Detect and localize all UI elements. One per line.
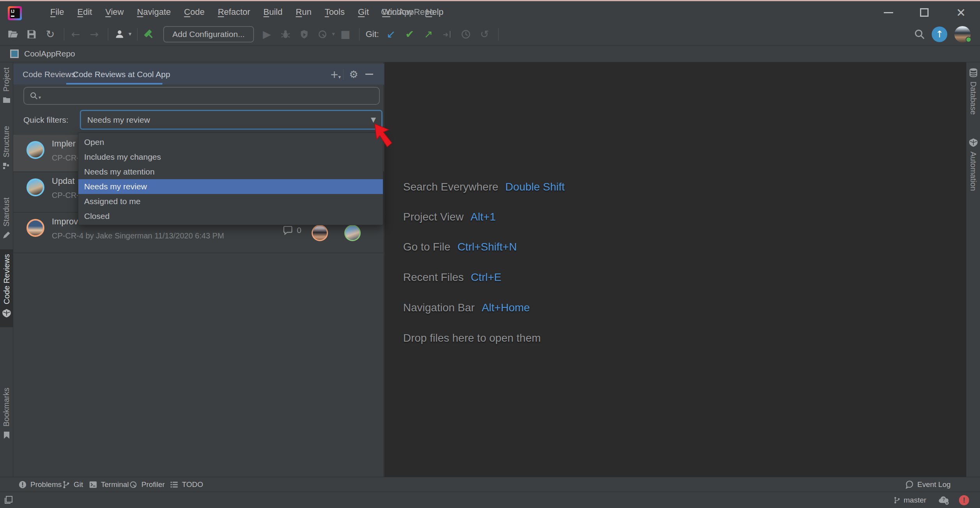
coverage-icon[interactable] — [298, 28, 311, 41]
sidebar-item-stardust[interactable]: Stardust — [0, 198, 13, 240]
forward-icon[interactable]: → — [88, 28, 101, 41]
menu-navigate[interactable]: Navigate — [130, 7, 178, 17]
drop-files-hint: Drop files here to open them — [403, 331, 541, 345]
sidebar-item-bookmarks[interactable]: Bookmarks — [0, 388, 13, 440]
database-icon — [968, 67, 978, 78]
menu-run[interactable]: Run — [289, 7, 318, 17]
toolwindow-button-problems[interactable]: Problems — [18, 477, 62, 492]
user-profile-icon[interactable] — [113, 28, 126, 41]
quick-filters-value: Needs my review — [87, 115, 150, 125]
layout-toggle-icon[interactable] — [4, 495, 13, 506]
quick-filters-combobox[interactable]: Needs my review ▼ — [80, 110, 382, 130]
git-branch-widget[interactable]: master — [894, 492, 926, 508]
shortcut-hint: Navigation Bar Alt+Home — [403, 301, 530, 315]
run-icon[interactable]: ▶ — [260, 28, 273, 41]
minimize-button[interactable] — [882, 6, 895, 19]
git-commit-icon[interactable]: ✔ — [403, 28, 416, 41]
bottom-tool-window-bar: Problems Git Terminal Profiler TODO Even… — [0, 477, 980, 492]
dropdown-item-closed[interactable]: Closed — [78, 209, 383, 224]
dropdown-item-needs-my-review[interactable]: Needs my review — [78, 179, 383, 194]
menu-refactor[interactable]: Refactor — [211, 7, 257, 17]
toolwindow-button-event-log[interactable]: Event Log — [904, 477, 951, 492]
branch-name: master — [904, 496, 926, 504]
toolwindow-button-profiler[interactable]: Profiler — [129, 477, 165, 492]
sidebar-item-project[interactable]: Project — [0, 67, 13, 105]
pencil-icon — [2, 230, 11, 240]
comment-count: 0 — [283, 225, 301, 235]
menu-file[interactable]: File — [44, 7, 71, 17]
active-tab-underline — [66, 83, 162, 85]
dropdown-item-includes-my-changes[interactable]: Includes my changes — [78, 150, 383, 164]
search-input[interactable] — [43, 91, 379, 101]
main-toolbar: ↻ ← → ▾ Add Configuration... ▶ ▾ ■ Git: … — [0, 23, 980, 46]
toolwindow-button-terminal[interactable]: Terminal — [89, 477, 129, 492]
review-search-field[interactable]: ▾ — [23, 87, 380, 105]
rollback-icon[interactable]: ↺ — [478, 28, 491, 41]
add-configuration-button[interactable]: Add Configuration... — [163, 26, 254, 42]
menu-build[interactable]: Build — [257, 7, 289, 17]
menu-code[interactable]: Code — [178, 7, 212, 17]
dropdown-item-needs-my-attention[interactable]: Needs my attention — [78, 164, 383, 179]
user-avatar[interactable] — [954, 26, 971, 42]
menu-view[interactable]: View — [99, 7, 130, 17]
tab-code-reviews-at-cool-app[interactable]: Code Reviews at Cool App — [66, 64, 177, 85]
editor-empty-area: Search Everywhere Double Shift Project V… — [384, 62, 966, 477]
right-tool-stripe: Database Automation — [966, 62, 980, 477]
hide-icon[interactable] — [361, 67, 377, 82]
git-update-icon[interactable]: ↙ — [384, 28, 398, 41]
shortcut-hint: Go to File Ctrl+Shift+N — [403, 240, 517, 254]
git-cherry-pick-icon[interactable] — [441, 28, 454, 41]
quick-filters-dropdown: Open Includes my changes Needs my attent… — [78, 132, 383, 225]
breadcrumb-project[interactable]: CoolAppRepo — [24, 49, 75, 58]
dropdown-item-assigned-to-me[interactable]: Assigned to me — [78, 194, 383, 209]
problems-icon — [18, 480, 27, 489]
event-log-balloon-icon — [904, 480, 914, 489]
navigation-breadcrumb: CoolAppRepo — [0, 46, 980, 62]
combobox-dropdown-icon[interactable]: ▼ — [371, 116, 376, 123]
toolwindow-button-todo[interactable]: TODO — [170, 477, 203, 492]
menu-edit[interactable]: Edit — [71, 7, 99, 17]
search-everywhere-icon[interactable] — [913, 28, 926, 41]
quick-filters-label: Quick filters: — [23, 110, 69, 130]
title-bar: IJ File Edit View Navigate Code Refactor… — [0, 0, 980, 23]
menu-tools[interactable]: Tools — [318, 7, 351, 17]
svg-text:?: ? — [943, 497, 945, 502]
left-tool-stripe: Project Structure Stardust Code Reviews … — [0, 62, 13, 477]
save-icon[interactable] — [25, 28, 38, 41]
branch-icon — [894, 496, 901, 504]
debug-icon[interactable] — [279, 28, 292, 41]
error-notification-badge[interactable]: ! — [959, 495, 969, 505]
code-reviews-tool-window: Code Reviews: Code Reviews at Cool App +… — [13, 62, 384, 477]
toolwindow-button-git[interactable]: Git — [62, 477, 83, 492]
git-push-icon[interactable]: ↗ — [422, 28, 435, 41]
sidebar-item-automation[interactable]: Automation — [966, 138, 980, 191]
build-hammer-icon[interactable] — [142, 28, 155, 41]
gear-icon[interactable]: ⚙ — [346, 67, 361, 82]
intellij-logo-icon: IJ — [8, 6, 22, 20]
sidebar-item-database[interactable]: Database — [966, 67, 980, 115]
stop-icon[interactable]: ■ — [339, 28, 352, 41]
menu-git[interactable]: Git — [351, 7, 375, 17]
online-status-dot — [966, 37, 971, 42]
automation-icon — [968, 138, 978, 148]
sync-icon[interactable]: ↻ — [44, 28, 57, 41]
ide-window: IJ File Edit View Navigate Code Refactor… — [0, 0, 980, 508]
history-clock-icon[interactable] — [459, 28, 472, 41]
terminal-icon — [89, 480, 97, 489]
cloud-sync-icon[interactable]: ? — [938, 494, 950, 507]
sidebar-item-code-reviews[interactable]: Code Reviews — [0, 249, 13, 327]
structure-icon — [2, 161, 11, 171]
sidebar-item-structure[interactable]: Structure — [0, 126, 13, 171]
close-button[interactable]: ✕ — [954, 6, 968, 19]
open-folder-icon[interactable] — [6, 28, 19, 41]
maximize-button[interactable] — [918, 6, 931, 19]
ide-update-icon[interactable]: ↑ — [932, 26, 947, 42]
search-icon — [30, 92, 38, 100]
back-icon[interactable]: ← — [69, 28, 82, 41]
profiler-icon[interactable] — [316, 28, 330, 41]
cursor-arrow — [373, 123, 397, 152]
todo-list-icon — [170, 480, 178, 489]
shortcut-hint: Search Everywhere Double Shift — [403, 180, 565, 194]
dropdown-item-open[interactable]: Open — [78, 135, 383, 150]
review-id: CP-CR-4 by Jake Singerman 11/13/2020 6:4… — [52, 231, 224, 240]
